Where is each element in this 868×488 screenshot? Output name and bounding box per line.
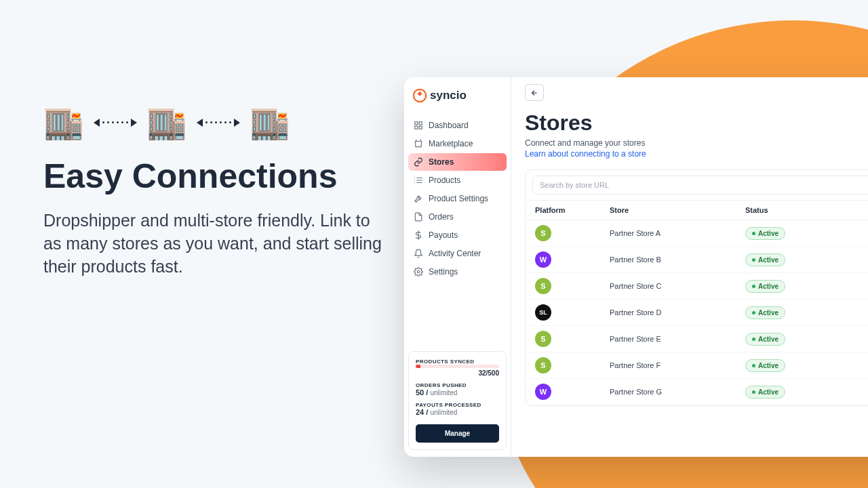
sidebar-item-label: Stores [429, 157, 454, 167]
sidebar-item-activity-center[interactable]: Activity Center [408, 245, 507, 262]
sidebar-item-label: Marketplace [429, 139, 473, 148]
back-button[interactable] [525, 84, 544, 101]
sidebar-item-orders[interactable]: Orders [408, 208, 507, 226]
status-badge: Active [745, 253, 785, 266]
stores-table: PlatformStoreStatusAssign SPartner Store… [526, 200, 868, 405]
platform-badge: SL [535, 304, 551, 321]
sidebar-item-label: Payouts [429, 230, 458, 240]
products-synced-value: 32/500 [416, 369, 499, 377]
sidebar: syncio DashboardMarketplaceStoresProduct… [404, 77, 511, 457]
marketing-body: Dropshipper and multi-store friendly. Li… [43, 209, 389, 278]
platform-badge: W [535, 251, 551, 268]
connector-dots [197, 119, 240, 127]
search-input[interactable] [532, 176, 868, 195]
page-title: Stores [525, 110, 868, 136]
store-name: Partner Store D [600, 300, 736, 326]
platform-badge: S [535, 225, 551, 241]
col-assign: Assign [856, 201, 868, 220]
table-row[interactable]: SPartner Store AActive [526, 220, 868, 247]
logo-text: syncio [430, 89, 467, 102]
table-row[interactable]: SPartner Store FActive [526, 352, 868, 379]
store-name: Partner Store A [600, 220, 736, 247]
svg-rect-2 [419, 122, 422, 125]
marketing-panel: 🏬 🏬 🏬 Easy Connections Dropshipper and m… [43, 103, 389, 278]
platform-badge: S [535, 278, 551, 294]
wrench-icon [414, 194, 423, 203]
svg-rect-4 [419, 126, 422, 129]
sidebar-item-products[interactable]: Products [408, 171, 507, 189]
sidebar-item-stores[interactable]: Stores [408, 153, 507, 171]
marketing-title: Easy Connections [43, 158, 389, 195]
sidebar-nav: DashboardMarketplaceStoresProductsProduc… [408, 117, 507, 281]
sidebar-item-marketplace[interactable]: Marketplace [408, 135, 507, 152]
status-badge: Active [745, 333, 785, 346]
syncio-logo-icon [412, 88, 427, 103]
main-content: Stores Connect and manage your stores Le… [511, 77, 868, 457]
page-subtitle: Connect and manage your stores [525, 138, 868, 148]
bell-icon [414, 249, 423, 258]
logo: syncio [408, 84, 507, 113]
store-emoji-row: 🏬 🏬 🏬 [43, 103, 389, 142]
col-status: Status [736, 201, 856, 220]
sidebar-item-settings[interactable]: Settings [408, 263, 507, 281]
sidebar-item-label: Product Settings [429, 194, 488, 203]
arrow-left-icon [530, 89, 538, 97]
status-badge: Active [745, 386, 785, 399]
table-row[interactable]: SPartner Store EActive [526, 326, 868, 352]
app-window: syncio DashboardMarketplaceStoresProduct… [404, 77, 868, 457]
status-badge: Active [745, 359, 785, 372]
payouts-processed-value: 24 / unlimited [416, 408, 499, 416]
svg-rect-3 [415, 126, 418, 129]
products-synced-label: PRODUCTS SYNCED [416, 359, 499, 365]
triangle-left-icon [197, 119, 203, 127]
table-row[interactable]: WPartner Store BActive [526, 247, 868, 273]
products-synced-progress [416, 365, 499, 368]
stores-panel: PlatformStoreStatusAssign SPartner Store… [525, 169, 868, 406]
orders-pushed-value: 50 / unlimited [416, 388, 499, 396]
store-icon: 🏬 [146, 103, 187, 142]
status-badge: Active [745, 280, 785, 293]
col-store: Store [600, 201, 736, 220]
sidebar-item-dashboard[interactable]: Dashboard [408, 117, 507, 134]
page-icon [414, 212, 423, 222]
grid-icon [414, 121, 423, 130]
manage-button[interactable]: Manage [416, 424, 499, 443]
sidebar-item-label: Dashboard [429, 121, 469, 130]
learn-link[interactable]: Learn about connecting to a store [525, 149, 868, 159]
store-name: Partner Store G [600, 379, 736, 405]
sidebar-item-payouts[interactable]: Payouts [408, 226, 507, 244]
store-name: Partner Store F [600, 352, 736, 379]
store-icon: 🏬 [250, 103, 290, 142]
sidebar-item-label: Settings [429, 267, 458, 277]
table-row[interactable]: SLPartner Store DActive [526, 300, 868, 326]
connector-dots [94, 119, 137, 127]
payouts-processed-label: PAYOUTS PROCESSED [416, 402, 499, 408]
gear-icon [414, 267, 423, 277]
svg-rect-1 [415, 122, 418, 125]
col-platform: Platform [526, 201, 600, 220]
status-badge: Active [745, 306, 785, 319]
table-row[interactable]: WPartner Store GActive [526, 379, 868, 405]
platform-badge: W [535, 384, 551, 400]
sidebar-item-label: Orders [429, 212, 454, 222]
orders-pushed-label: ORDERS PUSHED [416, 382, 499, 388]
dollar-icon [414, 230, 423, 240]
sidebar-item-label: Activity Center [429, 249, 481, 258]
sidebar-item-label: Products [429, 176, 460, 185]
table-row[interactable]: SPartner Store CActive [526, 273, 868, 300]
triangle-left-icon [94, 119, 100, 127]
bag-icon [414, 139, 423, 148]
usage-card: PRODUCTS SYNCED 32/500 ORDERS PUSHED 50 … [408, 351, 507, 450]
triangle-right-icon [234, 119, 240, 127]
store-name: Partner Store C [600, 273, 736, 300]
store-name: Partner Store E [600, 326, 736, 352]
platform-badge: S [535, 357, 551, 373]
sidebar-item-product-settings[interactable]: Product Settings [408, 190, 507, 207]
store-name: Partner Store B [600, 247, 736, 273]
store-icon: 🏬 [43, 103, 84, 142]
platform-badge: S [535, 331, 551, 347]
link-icon [414, 157, 423, 167]
list-icon [414, 176, 423, 185]
svg-point-12 [417, 270, 420, 273]
triangle-right-icon [131, 119, 137, 127]
